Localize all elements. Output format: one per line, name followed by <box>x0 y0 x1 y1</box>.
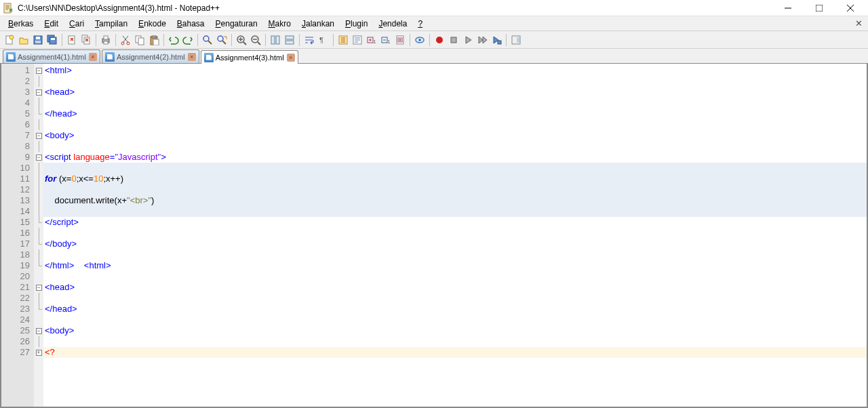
menu-item-edit[interactable]: Edit <box>39 18 64 30</box>
code-line[interactable] <box>43 163 867 174</box>
code-line[interactable]: <head> <box>43 282 867 293</box>
app-icon <box>3 3 14 14</box>
code-line[interactable]: for (x=0;x<=10;x++) <box>43 174 867 184</box>
code-line[interactable]: </script> <box>43 217 867 228</box>
menu-item-?[interactable]: ? <box>412 18 428 30</box>
indent-guide-button[interactable] <box>336 33 350 47</box>
redo-button[interactable] <box>181 33 195 47</box>
code-line[interactable] <box>43 184 867 195</box>
fold-marker[interactable]: + <box>34 347 43 358</box>
paste-button[interactable] <box>147 33 161 47</box>
svg-point-42 <box>436 37 443 43</box>
stop-macro-button[interactable] <box>447 33 460 47</box>
show-all-button[interactable]: ¶ <box>317 33 330 47</box>
close-file-button[interactable] <box>65 33 79 47</box>
play-multi-button[interactable] <box>475 33 489 47</box>
minimize-button[interactable] <box>778 1 797 15</box>
tab-close-icon[interactable]: × <box>89 53 97 61</box>
code-line[interactable]: <body> <box>43 325 867 336</box>
record-macro-button[interactable] <box>433 33 446 47</box>
code-line[interactable]: </head> <box>43 304 867 314</box>
code-line[interactable]: <head> <box>43 87 867 98</box>
doc-map-button[interactable] <box>509 33 523 47</box>
code-line[interactable] <box>43 249 867 260</box>
save-file-button[interactable] <box>31 33 45 47</box>
fold-marker[interactable]: − <box>34 325 43 336</box>
svg-rect-43 <box>451 37 456 43</box>
save-all-button[interactable] <box>45 33 59 47</box>
menu-item-enkode[interactable]: Enkode <box>133 18 172 30</box>
code-line[interactable]: </head> <box>43 108 867 119</box>
close-all-button[interactable] <box>79 33 93 47</box>
replace-button[interactable] <box>215 33 229 47</box>
code-line[interactable] <box>43 271 867 282</box>
code-line[interactable]: <html> <box>43 65 867 76</box>
new-file-button[interactable] <box>3 33 16 47</box>
udf-button[interactable] <box>351 33 364 47</box>
fold-marker[interactable]: − <box>34 87 43 98</box>
menu-item-plugin[interactable]: Plugin <box>340 18 373 30</box>
menubar-close-icon[interactable]: ✕ <box>855 18 863 28</box>
tab-0[interactable]: Assignment4(1).html× <box>3 49 100 63</box>
print-button[interactable] <box>99 33 113 47</box>
code-line[interactable]: <body> <box>43 130 867 141</box>
undo-button[interactable] <box>167 33 180 47</box>
code-line[interactable] <box>43 98 867 108</box>
menu-item-makro[interactable]: Makro <box>263 18 296 30</box>
code-line[interactable]: <script language="Javascript"> <box>43 152 867 163</box>
code-line[interactable]: <? <box>43 347 867 358</box>
sync-v-button[interactable] <box>269 33 282 47</box>
zoom-in-button[interactable] <box>235 33 248 47</box>
tab-1[interactable]: Assignment4(2).html× <box>102 49 199 63</box>
code-line[interactable]: </html> <html> <box>43 260 867 271</box>
hide-lines-button[interactable] <box>413 33 427 47</box>
code-line[interactable] <box>43 228 867 239</box>
fold-marker <box>34 98 43 108</box>
menu-item-jalankan[interactable]: Jalankan <box>296 18 340 30</box>
menu-item-cari[interactable]: Cari <box>64 18 90 30</box>
fold-marker[interactable]: − <box>34 65 43 76</box>
code-content[interactable]: <html><head></head><body><script languag… <box>43 64 867 407</box>
open-file-button[interactable] <box>17 33 31 47</box>
tab-close-icon[interactable]: × <box>287 54 295 62</box>
menu-item-pengaturan[interactable]: Pengaturan <box>210 18 263 30</box>
fold-doc-button[interactable] <box>393 33 407 47</box>
code-line[interactable] <box>43 119 867 130</box>
code-line[interactable]: </body> <box>43 239 867 249</box>
line-number: 26 <box>3 336 30 347</box>
find-button[interactable] <box>201 33 214 47</box>
code-line[interactable] <box>43 141 867 152</box>
tab-2[interactable]: Assignment4(3).html× <box>201 50 298 64</box>
sync-h-button[interactable] <box>283 33 296 47</box>
unfold-level-button[interactable]: 1 <box>379 33 393 47</box>
code-line[interactable] <box>43 76 867 87</box>
code-line[interactable] <box>43 314 867 325</box>
tab-close-icon[interactable]: × <box>188 53 196 61</box>
close-button[interactable] <box>841 1 860 15</box>
fold-marker[interactable]: − <box>34 152 43 163</box>
menu-item-tampilan[interactable]: Tampilan <box>90 18 133 30</box>
code-line[interactable]: document.write(x+"<br>") <box>43 195 867 206</box>
copy-button[interactable] <box>133 33 146 47</box>
code-line[interactable] <box>43 336 867 347</box>
code-line[interactable] <box>43 293 867 304</box>
fold-marker[interactable]: − <box>34 130 43 141</box>
menu-item-bahasa[interactable]: Bahasa <box>172 18 210 30</box>
fold-marker <box>34 76 43 87</box>
fold-level-button[interactable]: 1 <box>365 33 378 47</box>
maximize-button[interactable] <box>810 1 829 15</box>
play-macro-button[interactable] <box>461 33 475 47</box>
fold-marker <box>34 249 43 260</box>
line-number: 1 <box>3 65 30 76</box>
zoom-out-button[interactable] <box>249 33 262 47</box>
save-macro-button[interactable] <box>490 33 503 47</box>
line-number: 23 <box>3 304 30 314</box>
menu-item-berkas[interactable]: Berkas <box>3 18 39 30</box>
menu-item-jendela[interactable]: Jendela <box>373 18 412 30</box>
cut-button[interactable] <box>119 33 132 47</box>
fold-marker[interactable]: − <box>34 282 43 293</box>
code-line[interactable] <box>43 206 867 217</box>
word-wrap-button[interactable] <box>302 33 316 47</box>
line-number: 7 <box>3 130 30 141</box>
window-title: C:\Users\NN\Desktop\Assignment4(3).html … <box>18 3 778 13</box>
